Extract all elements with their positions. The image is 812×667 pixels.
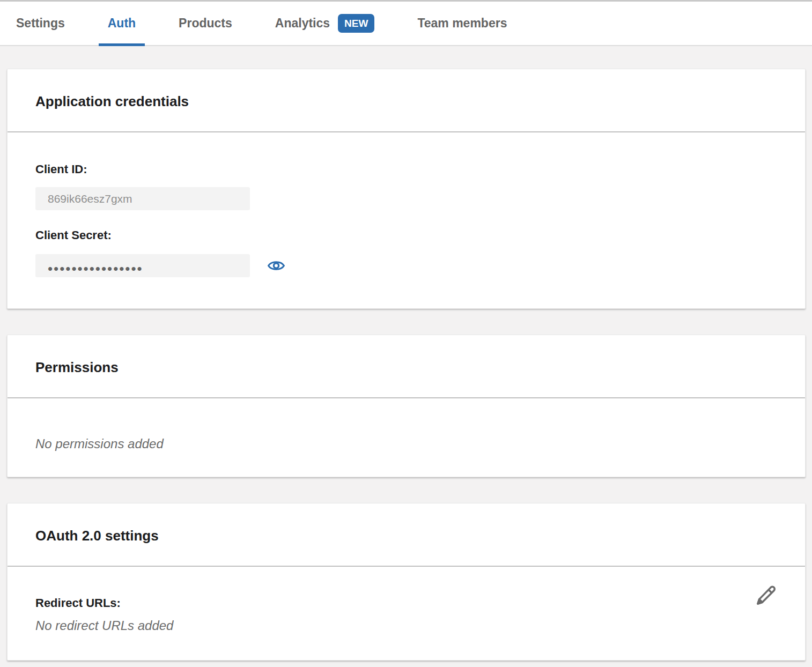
permissions-title: Permissions	[35, 359, 777, 376]
application-credentials-card: Application credentials Client ID: 869ik…	[7, 69, 806, 309]
tab-analytics[interactable]: Analytics NEW	[275, 2, 375, 45]
eye-icon	[267, 259, 285, 272]
tab-products[interactable]: Products	[179, 2, 232, 45]
tab-auth[interactable]: Auth	[108, 2, 136, 45]
tab-analytics-label: Analytics	[275, 16, 330, 31]
redirect-urls-label: Redirect URLs:	[35, 596, 777, 610]
client-secret-label: Client Secret:	[35, 228, 777, 242]
tab-team-members-label: Team members	[417, 16, 507, 31]
client-secret-row: ••••••••••••••••	[35, 242, 777, 277]
redirect-urls-empty-text: No redirect URLs added	[35, 618, 777, 633]
oauth-settings-card: OAuth 2.0 settings Redirect URLs: No red…	[7, 503, 806, 661]
reveal-secret-button[interactable]	[267, 259, 285, 272]
oauth-settings-title: OAuth 2.0 settings	[35, 528, 777, 544]
tab-settings-label: Settings	[16, 16, 65, 31]
permissions-body: No permissions added	[8, 398, 805, 477]
application-credentials-body: Client ID: 869ik66esz7gxm Client Secret:…	[8, 132, 805, 308]
application-credentials-header: Application credentials	[8, 69, 805, 132]
client-id-label: Client ID:	[35, 162, 777, 176]
pencil-icon	[755, 584, 777, 607]
permissions-empty-text: No permissions added	[35, 436, 777, 451]
client-id-value[interactable]: 869ik66esz7gxm	[35, 187, 250, 210]
application-credentials-title: Application credentials	[35, 93, 777, 110]
main-content: Application credentials Client ID: 869ik…	[0, 46, 812, 661]
new-badge: NEW	[338, 14, 374, 33]
oauth-settings-body: Redirect URLs: No redirect URLs added	[8, 567, 805, 660]
oauth-settings-header: OAuth 2.0 settings	[8, 503, 805, 567]
permissions-header: Permissions	[8, 335, 805, 398]
tab-bar: Settings Auth Products Analytics NEW Tea…	[0, 0, 812, 46]
tab-settings[interactable]: Settings	[16, 2, 65, 45]
client-secret-value[interactable]: ••••••••••••••••	[35, 254, 250, 277]
tab-team-members[interactable]: Team members	[417, 2, 507, 45]
tab-auth-label: Auth	[108, 16, 136, 31]
tab-products-label: Products	[179, 16, 232, 31]
edit-redirect-urls-button[interactable]	[755, 584, 777, 607]
permissions-card: Permissions No permissions added	[7, 335, 806, 477]
